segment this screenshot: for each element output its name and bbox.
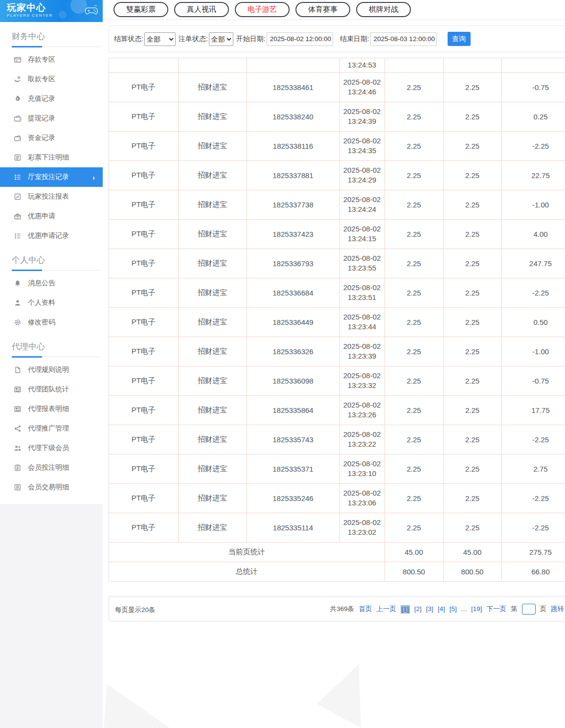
cell-order_no: 1825336326 [247, 337, 339, 366]
cell-platform: PT电子 [109, 102, 178, 131]
agent-report-icon [14, 405, 22, 413]
jump-page-input[interactable] [522, 604, 536, 614]
order-status-select[interactable]: 全部 [209, 32, 233, 46]
table-row: PT电子招财进宝18253360982025-08-02 13:23:322.2… [109, 366, 565, 395]
sidebar-item-agent-team[interactable]: 代理团队统计 [0, 380, 103, 399]
sidebar-section: 代理中心代理规则说明代理团队统计代理报表明细代理推广管理代理下级会员会员投注明细… [0, 333, 103, 497]
sidebar: 玩家中心 PLAYERS CENTER 财务中心存款专区取款专区充值记录提现记录… [0, 0, 103, 728]
gamepad-icon [84, 5, 99, 18]
cell-platform: PT电子 [109, 190, 178, 219]
cell-valid: 2.25 [443, 249, 501, 278]
nav-tab-1[interactable]: 雙赢彩票 [113, 2, 168, 17]
first-page-link[interactable]: 首页 [359, 605, 372, 614]
nav-tab-5[interactable]: 棋牌对战 [356, 2, 411, 17]
prev-page-link[interactable]: 上一页 [376, 605, 396, 614]
cell-platform: PT电子 [109, 425, 178, 454]
cell-winloss: -2.25 [501, 278, 565, 307]
sidebar-item-message[interactable]: 消息公告 [0, 273, 103, 293]
sidebar-item-funds-record[interactable]: 资金记录 [0, 128, 103, 148]
cell-platform: PT电子 [109, 366, 178, 395]
search-button[interactable]: 查询 [448, 32, 471, 46]
sidebar-section: 个人中心消息公告个人资料修改密码 [0, 247, 103, 332]
page-link-3[interactable]: [3] [426, 605, 433, 614]
cell-winloss: 0.50 [501, 307, 565, 337]
page-summary-label: 当前页统计 [109, 542, 384, 562]
cell-platform: PT电子 [109, 249, 178, 278]
sidebar-item-promo-apply-record[interactable]: 优惠申请记录 [0, 226, 103, 246]
start-date-input[interactable] [267, 32, 333, 46]
cell-winloss: 17.75 [501, 395, 565, 425]
cell-datetime: 2025-08-02 13:24:15 [339, 219, 384, 249]
total-count-label: 共369条 [330, 605, 355, 614]
cell-valid [443, 58, 501, 72]
password-icon [14, 318, 22, 326]
cell-winloss: 0.25 [501, 102, 565, 131]
sidebar-item-label: 代理规则说明 [28, 365, 69, 374]
sidebar-item-agent-promote[interactable]: 代理推广管理 [0, 419, 103, 438]
page-link-4[interactable]: [4] [438, 605, 445, 614]
page-summary-row: 当前页统计 45.00 45.00 275.75 [109, 542, 565, 562]
sidebar-item-label: 提现记录 [28, 114, 55, 123]
cell-platform: PT电子 [109, 160, 178, 190]
sidebar-item-label: 消息公告 [28, 279, 55, 288]
total-summary-bet: 800.50 [384, 562, 443, 581]
lottery-bet-detail-icon [14, 154, 22, 161]
cell-platform: PT电子 [109, 219, 178, 249]
agent-team-icon [14, 386, 22, 393]
table-row: PT电子招财进宝18253377382025-08-02 13:24:242.2… [109, 190, 565, 219]
promo-apply-record-icon [14, 232, 22, 240]
cell-game: 招财进宝 [178, 307, 247, 337]
cell-bet [384, 58, 443, 72]
cell-bet: 2.25 [384, 395, 443, 425]
sidebar-item-member-trade[interactable]: 会员交易明细 [0, 478, 103, 497]
table-row: PT电子招财进宝18253351142025-08-02 13:23:022.2… [109, 513, 565, 542]
cell-winloss: 4.00 [501, 219, 565, 249]
cell-platform: PT电子 [109, 131, 178, 160]
next-page-link[interactable]: 下一页 [487, 605, 507, 614]
sidebar-item-label: 彩票下注明细 [28, 153, 69, 162]
per-page-label: 每页显示20条 [115, 606, 156, 614]
order-status-label: 注单状态: [179, 35, 208, 44]
sidebar-item-deposit[interactable]: 存款专区 [0, 50, 103, 69]
nav-tab-2[interactable]: 真人视讯 [174, 2, 229, 17]
sidebar-item-agent-members[interactable]: 代理下级会员 [0, 438, 103, 458]
cell-order_no: 1825338461 [247, 72, 339, 102]
cell-order_no: 1825338240 [247, 102, 339, 131]
sidebar-item-withdraw[interactable]: 取款专区 [0, 69, 103, 89]
nav-tab-3[interactable]: 电子游艺 [235, 2, 290, 17]
cell-order_no: 1825335114 [247, 513, 339, 542]
settle-status-select[interactable]: 全部 [144, 32, 176, 46]
page-link-2[interactable]: [2] [414, 605, 422, 614]
sidebar-item-password[interactable]: 修改密码 [0, 313, 103, 332]
sidebar-item-recharge-record[interactable]: 充值记录 [0, 89, 103, 109]
sidebar-item-withdrawal-record[interactable]: 提现记录 [0, 109, 103, 128]
cell-datetime: 2025-08-02 13:23:39 [339, 337, 384, 366]
cell-game: 招财进宝 [178, 72, 247, 102]
table-row: PT电子招财进宝18253364492025-08-02 13:23:442.2… [109, 307, 565, 337]
sidebar-item-lottery-bet-detail[interactable]: 彩票下注明细 [0, 148, 103, 167]
page-link-5[interactable]: [5] [450, 605, 457, 614]
cell-datetime: 2025-08-02 13:23:32 [339, 366, 384, 395]
sidebar-item-profile[interactable]: 个人资料 [0, 293, 103, 313]
section-underline [12, 270, 101, 271]
cell-winloss: -0.75 [501, 366, 565, 395]
sidebar-item-member-bet[interactable]: 会员投注明细 [0, 458, 103, 478]
sidebar-section: 财务中心存款专区取款专区充值记录提现记录资金记录彩票下注明细厅室投注记录›玩家投… [0, 23, 103, 246]
sidebar-item-player-bet-report[interactable]: 玩家投注报表 [0, 187, 103, 206]
jump-button[interactable]: 跳转 [551, 605, 564, 614]
page-summary-winloss: 275.75 [501, 542, 565, 562]
sidebar-item-agent-rules[interactable]: 代理规则说明 [0, 360, 103, 380]
cell-platform: PT电子 [109, 72, 178, 102]
cell-order_no: 1825335246 [247, 483, 339, 513]
end-date-input[interactable] [370, 32, 437, 46]
cell-valid: 2.25 [443, 454, 501, 483]
page-link-19[interactable]: [19] [471, 605, 482, 614]
page-link-1[interactable]: [1] [401, 605, 410, 614]
sidebar-item-label: 会员交易明细 [28, 483, 69, 492]
sidebar-item-hall-bet-record[interactable]: 厅室投注记录› [0, 167, 103, 187]
sidebar-item-agent-report[interactable]: 代理报表明细 [0, 399, 103, 419]
table-row: PT电子招财进宝18253382402025-08-02 13:24:392.2… [109, 102, 565, 131]
nav-tab-4[interactable]: 体育赛事 [295, 2, 350, 17]
cell-bet: 2.25 [384, 513, 443, 542]
sidebar-item-promo-apply[interactable]: 优惠申请 [0, 206, 103, 226]
